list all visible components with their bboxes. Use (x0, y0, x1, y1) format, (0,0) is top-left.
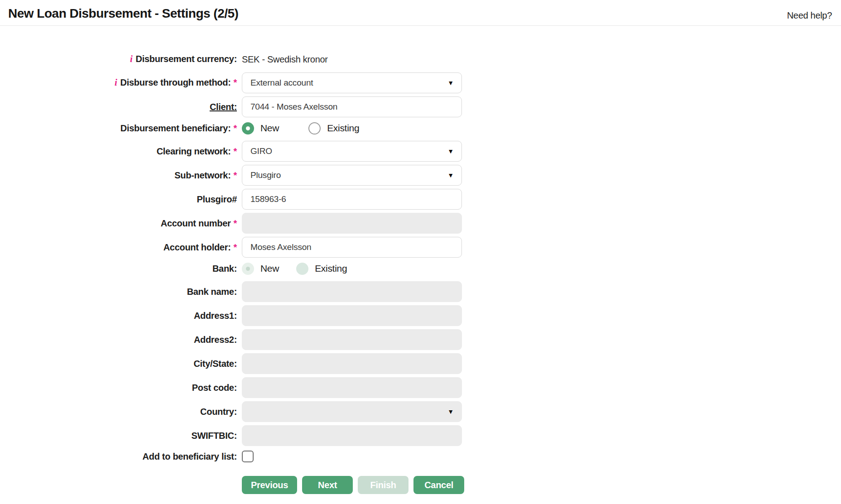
required-marker: * (234, 218, 237, 228)
required-marker: * (234, 170, 237, 180)
bank-existing-radio (296, 263, 308, 275)
bank-label: Bank: (0, 263, 237, 274)
cancel-button[interactable]: Cancel (413, 476, 464, 494)
row-disbursement-currency: iDisbursement currency: SEK - Swedish kr… (0, 53, 841, 66)
country-label: Country: (0, 406, 237, 417)
finish-button: Finish (358, 476, 408, 494)
row-post-code: Post code: (0, 377, 841, 398)
page-title: New Loan Disbursement - Settings (2/5) (8, 6, 238, 21)
sub-network-label: Sub-network:* (0, 170, 237, 181)
city-state-label: City/State: (0, 358, 237, 369)
plusgiro-number-label: Plusgiro# (0, 194, 237, 205)
bank-new-radio (242, 263, 254, 275)
required-marker: * (234, 242, 237, 252)
bank-new-label: New (260, 263, 279, 274)
info-icon[interactable]: i (130, 53, 133, 64)
bank-name-input (242, 281, 462, 302)
row-client: Client: (0, 96, 841, 117)
row-clearing-network: Clearing network:* ▼ (0, 141, 841, 162)
row-address2: Address2: (0, 329, 841, 350)
next-button[interactable]: Next (302, 476, 353, 494)
address1-label: Address1: (0, 310, 237, 321)
beneficiary-existing-radio[interactable] (308, 122, 321, 134)
row-country: Country: ▼ (0, 401, 841, 422)
row-city-state: City/State: (0, 353, 841, 374)
row-account-holder: Account holder:* (0, 237, 841, 258)
beneficiary-existing-label[interactable]: Existing (327, 123, 359, 134)
post-code-label: Post code: (0, 382, 237, 393)
address1-input (242, 305, 462, 326)
swiftbic-input (242, 425, 462, 446)
disburse-through-method-select[interactable] (242, 72, 462, 93)
swiftbic-label: SWIFTBIC: (0, 430, 237, 441)
required-marker: * (234, 146, 237, 156)
row-disbursement-beneficiary: Disbursement beneficiary:* New Existing (0, 120, 841, 136)
row-disburse-through-method: iDisburse through method:* ▼ (0, 72, 841, 93)
row-bank-name: Bank name: (0, 281, 841, 302)
account-holder-input[interactable] (242, 237, 462, 258)
row-plusgiro-number: Plusgiro# (0, 189, 841, 210)
add-to-beneficiary-list-checkbox[interactable] (242, 451, 254, 462)
disbursement-beneficiary-label: Disbursement beneficiary:* (0, 123, 237, 134)
required-marker: * (234, 77, 237, 87)
row-add-to-beneficiary-list: Add to beneficiary list: (0, 450, 841, 463)
bank-existing-label: Existing (315, 263, 347, 274)
page-header: New Loan Disbursement - Settings (2/5) N… (0, 0, 841, 26)
sub-network-select[interactable] (242, 165, 462, 186)
disburse-through-method-label: iDisburse through method:* (0, 77, 237, 88)
row-bank: Bank: New Existing (0, 261, 841, 276)
clearing-network-label: Clearing network:* (0, 146, 237, 157)
client-label: Client: (0, 101, 237, 112)
city-state-input (242, 353, 462, 374)
row-sub-network: Sub-network:* ▼ (0, 165, 841, 186)
wizard-buttons: Previous Next Finish Cancel (242, 476, 841, 494)
info-icon[interactable]: i (115, 77, 117, 88)
row-address1: Address1: (0, 305, 841, 326)
post-code-input (242, 377, 462, 398)
required-marker: * (234, 123, 237, 133)
address2-label: Address2: (0, 334, 237, 345)
bank-name-label: Bank name: (0, 286, 237, 297)
country-select (242, 401, 462, 422)
disbursement-currency-value: SEK - Swedish kronor (242, 54, 328, 65)
disbursement-currency-label: iDisbursement currency: (0, 53, 237, 65)
beneficiary-new-radio[interactable] (242, 122, 254, 134)
beneficiary-new-label[interactable]: New (260, 123, 279, 134)
account-number-label: Account number* (0, 218, 237, 229)
account-number-input (242, 213, 462, 234)
address2-input (242, 329, 462, 350)
row-account-number: Account number* (0, 213, 841, 234)
add-to-beneficiary-list-label: Add to beneficiary list: (0, 451, 237, 462)
clearing-network-select[interactable] (242, 141, 462, 162)
client-input[interactable] (242, 96, 462, 117)
plusgiro-number-input[interactable] (242, 189, 462, 210)
previous-button[interactable]: Previous (242, 476, 297, 494)
need-help-link[interactable]: Need help? (787, 10, 832, 21)
account-holder-label: Account holder:* (0, 242, 237, 253)
disbursement-settings-form: iDisbursement currency: SEK - Swedish kr… (0, 26, 841, 494)
row-swiftbic: SWIFTBIC: (0, 425, 841, 446)
